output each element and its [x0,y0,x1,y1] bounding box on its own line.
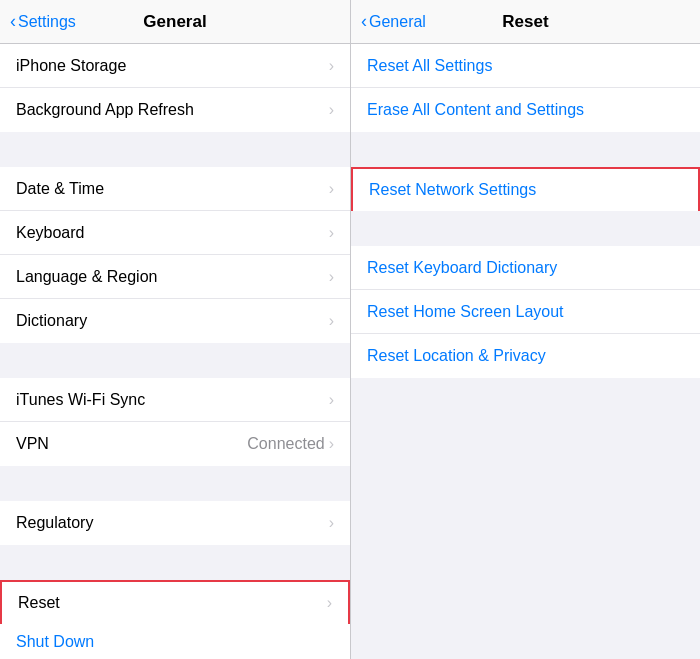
left-back-label: Settings [18,13,76,31]
right-nav-title: Reset [502,12,548,32]
dictionary-right: › [329,312,334,330]
right-spacer-1 [351,132,700,167]
left-panel: ‹ Settings General iPhone Storage › Back… [0,0,350,659]
reset-item-reset-network[interactable]: Reset Network Settings [351,167,700,211]
spacer-3 [0,466,350,501]
shutdown-label: Shut Down [16,633,94,651]
left-group-5: Reset › [0,580,350,624]
left-back-chevron: ‹ [10,11,16,32]
keyboard-chevron: › [329,224,334,242]
background-app-refresh-right: › [329,101,334,119]
regulatory-right: › [329,514,334,532]
vpn-value: Connected [247,435,324,453]
reset-right: › [327,594,332,612]
keyboard-label: Keyboard [16,224,85,242]
reset-all-settings-label: Reset All Settings [367,57,492,75]
settings-item-keyboard[interactable]: Keyboard › [0,211,350,255]
settings-item-reset[interactable]: Reset › [0,580,350,624]
right-group-3: Reset Keyboard Dictionary Reset Home Scr… [351,246,700,378]
keyboard-right: › [329,224,334,242]
right-group-1: Reset All Settings Erase All Content and… [351,44,700,132]
left-group-4: Regulatory › [0,501,350,545]
settings-item-itunes-wifi-sync[interactable]: iTunes Wi-Fi Sync › [0,378,350,422]
background-app-refresh-label: Background App Refresh [16,101,194,119]
shutdown-item[interactable]: Shut Down [0,624,350,659]
reset-item-reset-home-screen[interactable]: Reset Home Screen Layout [351,290,700,334]
language-region-chevron: › [329,268,334,286]
settings-item-iphone-storage[interactable]: iPhone Storage › [0,44,350,88]
reset-network-label: Reset Network Settings [369,181,536,199]
language-region-right: › [329,268,334,286]
iphone-storage-label: iPhone Storage [16,57,126,75]
vpn-chevron: › [329,435,334,453]
vpn-label: VPN [16,435,49,453]
vpn-right: Connected › [247,435,334,453]
settings-item-language-region[interactable]: Language & Region › [0,255,350,299]
right-panel: ‹ General Reset Reset All Settings Erase… [350,0,700,659]
date-time-chevron: › [329,180,334,198]
right-spacer-2 [351,211,700,246]
reset-chevron: › [327,594,332,612]
reset-location-label: Reset Location & Privacy [367,347,546,365]
left-group-3: iTunes Wi-Fi Sync › VPN Connected › [0,378,350,466]
right-back-chevron: ‹ [361,11,367,32]
settings-item-dictionary[interactable]: Dictionary › [0,299,350,343]
reset-keyboard-label: Reset Keyboard Dictionary [367,259,557,277]
reset-home-screen-label: Reset Home Screen Layout [367,303,564,321]
date-time-label: Date & Time [16,180,104,198]
reset-item-erase-all[interactable]: Erase All Content and Settings [351,88,700,132]
right-back-label: General [369,13,426,31]
right-back-button[interactable]: ‹ General [361,11,426,32]
settings-item-vpn[interactable]: VPN Connected › [0,422,350,466]
itunes-wifi-sync-chevron: › [329,391,334,409]
erase-all-label: Erase All Content and Settings [367,101,584,119]
right-nav-bar: ‹ General Reset [351,0,700,44]
iphone-storage-right: › [329,57,334,75]
settings-item-date-time[interactable]: Date & Time › [0,167,350,211]
reset-item-reset-all-settings[interactable]: Reset All Settings [351,44,700,88]
left-nav-title: General [143,12,206,32]
itunes-wifi-sync-label: iTunes Wi-Fi Sync [16,391,145,409]
date-time-right: › [329,180,334,198]
right-group-2: Reset Network Settings [351,167,700,211]
dictionary-chevron: › [329,312,334,330]
dictionary-label: Dictionary [16,312,87,330]
settings-item-regulatory[interactable]: Regulatory › [0,501,350,545]
left-group-2: Date & Time › Keyboard › Language & Regi… [0,167,350,343]
reset-label: Reset [18,594,60,612]
spacer-2 [0,343,350,378]
itunes-wifi-sync-right: › [329,391,334,409]
left-group-1: iPhone Storage › Background App Refresh … [0,44,350,132]
left-nav-bar: ‹ Settings General [0,0,350,44]
spacer-4 [0,545,350,580]
iphone-storage-chevron: › [329,57,334,75]
settings-item-background-app-refresh[interactable]: Background App Refresh › [0,88,350,132]
regulatory-chevron: › [329,514,334,532]
regulatory-label: Regulatory [16,514,93,532]
reset-item-reset-keyboard[interactable]: Reset Keyboard Dictionary [351,246,700,290]
spacer-1 [0,132,350,167]
reset-item-reset-location[interactable]: Reset Location & Privacy [351,334,700,378]
left-back-button[interactable]: ‹ Settings [10,11,76,32]
background-app-refresh-chevron: › [329,101,334,119]
language-region-label: Language & Region [16,268,157,286]
